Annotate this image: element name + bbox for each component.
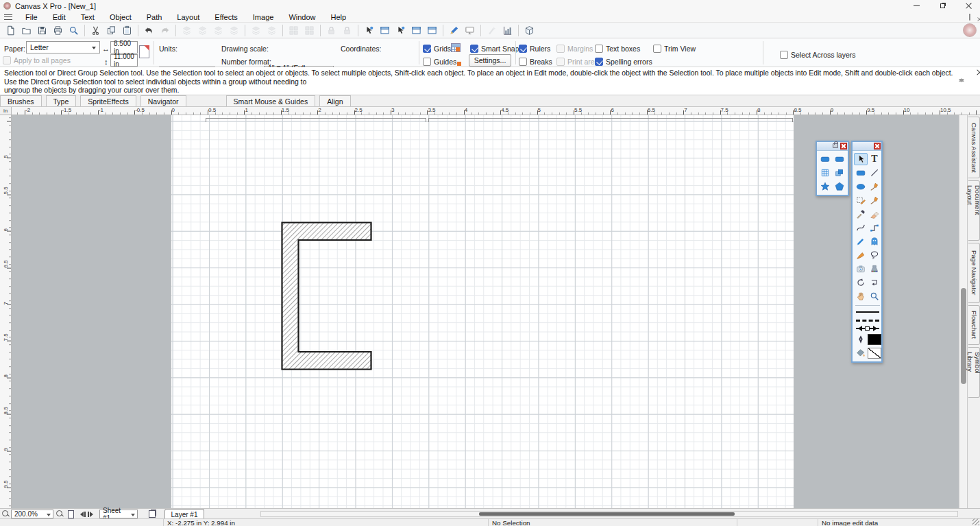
vertical-scrollbar-thumb[interactable] bbox=[961, 288, 966, 384]
scroll-up-icon[interactable] bbox=[959, 70, 964, 78]
paintbrush-tool[interactable] bbox=[868, 180, 881, 193]
rounded-rectangle-alt-tool[interactable] bbox=[833, 153, 846, 165]
checkbox-box[interactable] bbox=[3, 56, 11, 64]
copy-button[interactable] bbox=[103, 24, 119, 37]
bring-to-front-button[interactable] bbox=[264, 24, 280, 37]
settings-button[interactable]: Settings... bbox=[469, 54, 511, 67]
menu-object[interactable]: Object bbox=[102, 13, 139, 21]
new-file-button[interactable] bbox=[3, 24, 19, 37]
text-tool[interactable]: T bbox=[868, 153, 881, 165]
menu-file[interactable]: File bbox=[18, 13, 45, 21]
zoom-tool[interactable] bbox=[868, 290, 881, 302]
shapes-palette-titlebar[interactable] bbox=[817, 142, 848, 151]
grid-tool[interactable] bbox=[818, 167, 832, 179]
checkbox-box[interactable] bbox=[595, 58, 603, 66]
tab-type[interactable]: Type bbox=[46, 95, 77, 106]
ellipse-tool[interactable] bbox=[854, 180, 868, 193]
open-file-button[interactable] bbox=[19, 24, 34, 37]
apply-all-pages-checkbox[interactable]: Apply to all pages bbox=[3, 54, 71, 66]
group-button[interactable] bbox=[179, 24, 195, 37]
paste-button[interactable] bbox=[119, 24, 135, 37]
connector-tool[interactable] bbox=[868, 222, 881, 234]
horizontal-scrollbar[interactable] bbox=[260, 511, 958, 517]
margins-checkbox[interactable]: Margins bbox=[556, 43, 593, 54]
print-preview-button[interactable] bbox=[66, 24, 82, 37]
select-across-layers-checkbox[interactable]: Select Across layers bbox=[780, 49, 856, 60]
checkbox-box[interactable] bbox=[519, 58, 527, 66]
close-button[interactable] bbox=[957, 0, 980, 12]
curve-tool[interactable] bbox=[854, 222, 868, 234]
ungroup-button[interactable] bbox=[195, 24, 210, 37]
rulers-checkbox[interactable]: Rulers bbox=[519, 43, 550, 54]
tab-navigator[interactable]: Navigator bbox=[140, 95, 186, 106]
view-settings-button[interactable] bbox=[408, 24, 424, 37]
lasso-tool[interactable] bbox=[868, 249, 881, 261]
tab-align[interactable]: Align bbox=[319, 95, 350, 106]
doc-restore-button[interactable] bbox=[969, 14, 970, 20]
bucket-tool[interactable] bbox=[854, 347, 868, 359]
extrude-3d-button[interactable] bbox=[522, 24, 537, 37]
vertical-ruler[interactable]: 55.566.577.588.599.5 bbox=[0, 115, 12, 508]
paper-select[interactable]: Letter bbox=[26, 41, 100, 53]
rotate-tool[interactable] bbox=[854, 276, 868, 289]
paper-orientation-icon[interactable] bbox=[139, 46, 149, 58]
trim-view-checkbox[interactable]: Trim View bbox=[653, 43, 696, 54]
sheet-select[interactable]: Sheet #1 bbox=[99, 510, 138, 518]
image-effects-tool[interactable] bbox=[854, 263, 868, 275]
selection-tool[interactable] bbox=[854, 153, 868, 165]
send-backward-button[interactable] bbox=[210, 24, 226, 37]
grid-settings-icon[interactable] bbox=[451, 42, 461, 53]
effects-button[interactable] bbox=[484, 24, 500, 37]
select-special-button[interactable] bbox=[393, 24, 408, 37]
solid-stroke-swatch[interactable] bbox=[856, 309, 879, 315]
vertical-scrollbar[interactable] bbox=[959, 115, 967, 508]
new-view-button[interactable] bbox=[377, 24, 393, 37]
ghost-tool[interactable] bbox=[868, 235, 881, 248]
zoom-out-button[interactable] bbox=[2, 509, 10, 519]
paper-height-input[interactable]: 11.000 in bbox=[110, 54, 138, 67]
c-channel-object[interactable] bbox=[281, 222, 372, 370]
selection-brush-tool[interactable] bbox=[854, 194, 868, 206]
bring-forward-button[interactable] bbox=[226, 24, 242, 37]
eyedropper-tool[interactable] bbox=[854, 208, 868, 220]
ink-pen-tool[interactable] bbox=[854, 333, 868, 346]
new-sheet-button[interactable] bbox=[68, 509, 74, 519]
panel-tab-symbol-library[interactable]: Symbol Library bbox=[968, 347, 980, 398]
marker-tool[interactable] bbox=[854, 235, 868, 248]
small-brush-tool[interactable] bbox=[868, 194, 881, 206]
checkbox-box[interactable] bbox=[423, 45, 431, 53]
spelling-errors-checkbox[interactable]: Spelling errors bbox=[595, 56, 652, 67]
layer-tab[interactable]: Layer #1 bbox=[164, 509, 204, 519]
checkbox-box[interactable] bbox=[653, 45, 661, 53]
rounded-rectangle-tool[interactable] bbox=[818, 153, 832, 165]
document-page[interactable] bbox=[171, 115, 794, 508]
horizontal-ruler[interactable]: -2-1.5-1-0.500.511.522.533.544.555.566.5… bbox=[0, 107, 980, 115]
fit-to-window-button[interactable] bbox=[424, 24, 440, 37]
scroll-down-icon[interactable] bbox=[959, 82, 964, 91]
panel-tab-canvas-assistant[interactable]: Canvas Assistant bbox=[968, 117, 980, 178]
canvas-area[interactable]: T bbox=[12, 115, 959, 508]
resize-grip[interactable] bbox=[972, 518, 979, 525]
stroke-diagonal-swatch[interactable] bbox=[868, 347, 881, 359]
line-tool[interactable] bbox=[868, 167, 881, 179]
shapes-palette-close-icon[interactable] bbox=[840, 143, 847, 150]
horizontal-scrollbar-thumb[interactable] bbox=[479, 512, 735, 516]
tab-spriteeffects[interactable]: SpriteEffects bbox=[80, 95, 136, 106]
hand-tool[interactable] bbox=[854, 290, 868, 302]
star-tool[interactable] bbox=[818, 180, 832, 193]
checkbox-box[interactable] bbox=[556, 45, 565, 53]
polygon-tool[interactable] bbox=[833, 180, 846, 193]
menu-window[interactable]: Window bbox=[281, 13, 323, 21]
tile-button[interactable] bbox=[286, 24, 302, 37]
show-object-button[interactable] bbox=[361, 24, 377, 37]
knife-tool[interactable] bbox=[854, 249, 868, 261]
zoom-level-select[interactable]: 200.0% bbox=[11, 510, 53, 518]
menu-edit[interactable]: Edit bbox=[45, 13, 73, 21]
menu-text[interactable]: Text bbox=[73, 13, 102, 21]
hamburger-icon[interactable] bbox=[4, 14, 12, 20]
panel-tab-page-navigator[interactable]: Page Navigator bbox=[968, 243, 980, 303]
grids-checkbox[interactable]: Grids bbox=[423, 43, 451, 54]
presentation-button[interactable] bbox=[462, 24, 478, 37]
checkbox-box[interactable] bbox=[595, 45, 603, 53]
cut-button[interactable] bbox=[88, 24, 103, 37]
